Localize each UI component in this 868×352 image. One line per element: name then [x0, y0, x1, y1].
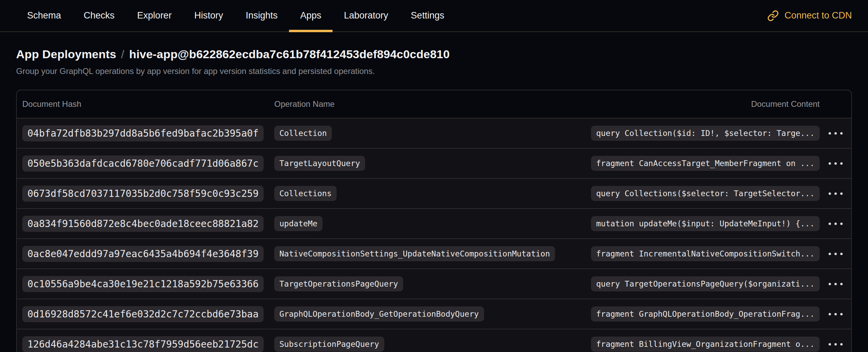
nav-tab-schema[interactable]: Schema [16, 0, 72, 31]
table-row: 0673df58cd7037117035b2d0c758f59c0c93c259… [17, 178, 851, 208]
table-row: 0d16928d8572c41ef6e032d2c7c72ccbd6e73baa… [17, 299, 851, 329]
nav-tab-laboratory[interactable]: Laboratory [333, 0, 399, 31]
ellipsis-icon [829, 313, 843, 315]
breadcrumb: App Deployments / hive-app@b622862ecdba7… [16, 48, 852, 61]
document-hash-value: 0673df58cd7037117035b2d0c758f59c0c93c259 [22, 186, 264, 202]
ellipsis-icon [829, 283, 843, 285]
table-row: 0ac8e047eddd97a97eac6435a4b694f4e3648f39… [17, 238, 851, 268]
document-content-preview: fragment GraphQLOperationBody_OperationF… [591, 306, 820, 322]
table-header-row: Document Hash Operation Name Document Co… [17, 90, 851, 118]
column-header-operation-name: Operation Name [269, 99, 581, 109]
document-content-preview: fragment IncrementalNativeCompositionSwi… [591, 246, 820, 261]
table-row: 050e5b363dafdcacd6780e706cadf771d06a867c… [17, 148, 851, 178]
operation-name-value: TargetLayoutQuery [274, 156, 365, 171]
table-row: 0c10556a9be4ca30e19e21c1218a592b75e63366… [17, 268, 851, 299]
document-content-preview: fragment BillingView_OrganizationFragmen… [591, 337, 820, 352]
connect-to-cdn-link[interactable]: Connect to CDN [767, 0, 852, 31]
document-content-preview: mutation updateMe($input: UpdateMeInput!… [591, 216, 820, 231]
main-content: App Deployments / hive-app@b622862ecdba7… [0, 48, 868, 352]
table-row: 126d46a4284abe31c13c78f7959d56eeb21725dc… [17, 329, 851, 352]
row-actions-button[interactable] [825, 159, 846, 168]
breadcrumb-app-deployments[interactable]: App Deployments [16, 48, 116, 61]
ellipsis-icon [829, 343, 843, 345]
row-actions-button[interactable] [825, 279, 846, 289]
nav-tab-settings[interactable]: Settings [399, 0, 456, 31]
document-hash-value: 0c10556a9be4ca30e19e21c1218a592b75e63366 [22, 276, 264, 292]
breadcrumb-current-deployment: hive-app@b622862ecdba7c61b78f412453def89… [129, 48, 450, 61]
nav-tab-history[interactable]: History [183, 0, 234, 31]
document-hash-value: 0a834f91560d872e8c4bec0ade18ceec88821a82 [22, 216, 264, 232]
operation-name-value: SubscriptionPageQuery [274, 337, 384, 352]
page-subtitle: Group your GraphQL operations by app ver… [16, 66, 852, 76]
ellipsis-icon [829, 162, 843, 165]
ellipsis-icon [829, 132, 843, 135]
operation-name-value: TargetOperationsPageQuery [274, 276, 403, 291]
ellipsis-icon [829, 253, 843, 255]
row-actions-button[interactable] [825, 189, 846, 198]
nav-tab-apps[interactable]: Apps [289, 0, 333, 31]
row-actions-button[interactable] [825, 129, 846, 138]
document-hash-value: 04bfa72dfb83b297dd8a5b6fed9bafac2b395a0f [22, 125, 264, 141]
nav-tabs: SchemaChecksExplorerHistoryInsightsAppsL… [16, 0, 456, 31]
row-actions-button[interactable] [825, 310, 846, 319]
document-content-preview: query TargetOperationsPageQuery($organiz… [591, 276, 820, 291]
document-content-preview: query Collections($selector: TargetSelec… [591, 186, 820, 201]
connect-to-cdn-label: Connect to CDN [784, 10, 852, 21]
table-row: 0a834f91560d872e8c4bec0ade18ceec88821a82… [17, 208, 851, 238]
ellipsis-icon [829, 223, 843, 225]
chain-link-icon [767, 10, 779, 22]
operation-name-value: Collection [274, 126, 332, 141]
column-header-document-hash: Document Hash [17, 99, 269, 109]
breadcrumb-separator: / [121, 48, 124, 61]
document-content-preview: fragment CanAccessTarget_MemberFragment … [591, 156, 820, 171]
operation-name-value: NativeCompositionSettings_UpdateNativeCo… [274, 246, 555, 261]
row-actions-button[interactable] [825, 340, 846, 349]
top-nav: SchemaChecksExplorerHistoryInsightsAppsL… [0, 0, 868, 32]
deployments-table: Document Hash Operation Name Document Co… [16, 90, 852, 352]
table-row: 04bfa72dfb83b297dd8a5b6fed9bafac2b395a0f… [17, 118, 851, 148]
operation-name-value: Collections [274, 186, 337, 201]
document-hash-value: 126d46a4284abe31c13c78f7959d56eeb21725dc [22, 336, 264, 352]
document-hash-value: 050e5b363dafdcacd6780e706cadf771d06a867c [22, 155, 264, 172]
operation-name-value: GraphQLOperationBody_GetOperationBodyQue… [274, 306, 484, 322]
ellipsis-icon [829, 192, 843, 195]
row-actions-button[interactable] [825, 249, 846, 259]
operation-name-value: updateMe [274, 216, 323, 231]
column-header-document-content: Document Content [581, 99, 820, 109]
table-body: 04bfa72dfb83b297dd8a5b6fed9bafac2b395a0f… [17, 118, 851, 352]
nav-tab-insights[interactable]: Insights [234, 0, 289, 31]
row-actions-button[interactable] [825, 219, 846, 228]
nav-tab-explorer[interactable]: Explorer [126, 0, 183, 31]
nav-tab-checks[interactable]: Checks [72, 0, 126, 31]
document-content-preview: query Collection($id: ID!, $selector: Ta… [591, 126, 820, 141]
document-hash-value: 0d16928d8572c41ef6e032d2c7c72ccbd6e73baa [22, 306, 264, 322]
document-hash-value: 0ac8e047eddd97a97eac6435a4b694f4e3648f39 [22, 246, 264, 262]
